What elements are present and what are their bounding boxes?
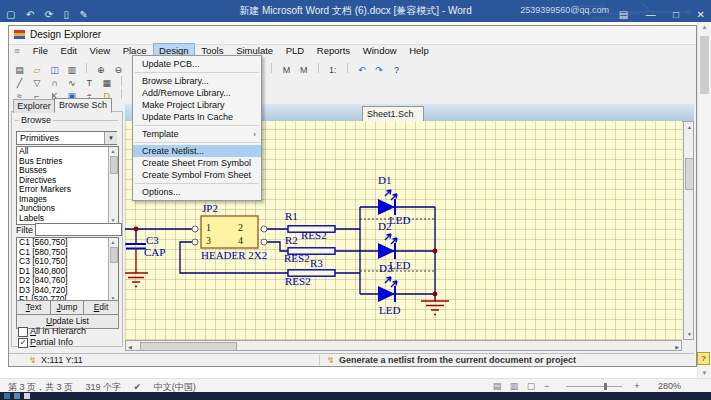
led-d3[interactable] [378,277,397,302]
filter-input[interactable] [35,223,122,236]
list-scrollbar[interactable]: ▲ ▼ [108,238,118,302]
menu-item-make-project-library[interactable]: Make Project Library [133,99,261,111]
document-tab-sheet1[interactable]: Sheet1.Sch [362,106,424,121]
tab-browse-sch[interactable]: Browse Sch [54,98,112,113]
menu-item-update-pcb[interactable]: Update PCB... [133,58,261,70]
value-res2-2[interactable]: RES2 [284,253,310,264]
value-res2-3[interactable]: RES2 [285,276,311,287]
menu-item-add-remove-library[interactable]: Add/Remove Library... [133,87,261,99]
text-button[interactable]: Text [16,300,51,315]
menu-item-create-symbol-from-sheet[interactable]: Create Symbol From Sheet [133,169,261,181]
all-in-hierarchy-checkbox[interactable] [18,327,28,337]
designator-d3[interactable]: D3 [379,263,392,274]
designator-c3[interactable]: C3 [146,235,159,246]
ground-symbol[interactable] [125,273,148,287]
scrollbar-thumb[interactable] [700,36,709,94]
list-scrollbar[interactable]: ▲ ▼ [108,147,118,224]
ground-symbol-right[interactable] [421,301,449,315]
browse-mode-select[interactable]: Primitives [16,131,117,145]
help-icon[interactable]: ? [390,64,403,76]
scrollbar-thumb[interactable] [685,158,694,190]
led-d1[interactable] [378,190,397,215]
value-header2x2[interactable]: HEADER 2X2 [201,250,267,261]
zoom-slider[interactable] [566,386,622,387]
browse-net-icon[interactable]: M [297,64,310,76]
value-led-3[interactable]: LED [379,305,400,316]
value-led-1[interactable]: LED [389,215,410,226]
scroll-up-icon[interactable]: ▲ [687,124,692,130]
taskbar-icon[interactable] [4,393,10,399]
edit-button[interactable]: Edit [83,300,119,315]
scrollbar-thumb[interactable] [140,342,237,351]
value-res2-1[interactable]: RES2 [301,230,327,241]
page-indicator[interactable]: 第 3 页，共 3 页 [8,382,73,392]
close-icon[interactable]: ✕ [697,9,705,20]
designator-jp2[interactable]: JP2 [202,203,218,214]
scroll-left-icon[interactable]: ◀ [128,344,132,350]
word-count[interactable]: 319 个字 [86,382,122,392]
taskbar-icon[interactable] [14,393,20,399]
designator-d1[interactable]: D1 [378,175,391,186]
scroll-up-icon[interactable]: ▲ [698,24,711,30]
junction-dot [433,249,438,254]
web-layout-icon[interactable]: ▢ [527,381,536,391]
undo-icon[interactable]: ↶ [355,64,368,76]
zoom-in-icon[interactable]: + [634,381,639,391]
word-vertical-scrollbar[interactable]: ▲ ▼ [697,22,711,378]
cursor-coordinates: X:111 Y:11 [41,355,83,365]
scrollbar-thumb[interactable] [110,156,118,174]
proofing-icon[interactable]: ✔ [134,382,142,392]
canvas-vertical-scrollbar[interactable]: ▲ ▼ [683,121,694,340]
account-name[interactable]: 2539399560@qq.com [520,5,609,15]
scroll-down-icon[interactable]: ▼ [698,370,711,376]
read-mode-icon[interactable]: ▤ [493,381,502,391]
minimize-icon[interactable]: — [646,9,656,20]
redo-icon[interactable]: ↷ [373,64,386,76]
menu-edit[interactable]: Edit [56,44,82,57]
menu-pld[interactable]: PLD [281,44,309,57]
help-bubble-icon[interactable]: ? [697,352,710,365]
maximize-icon[interactable]: □ [673,9,679,20]
browse-part-icon[interactable]: M [280,64,293,76]
value-cap[interactable]: CAP [144,247,165,258]
language-indicator[interactable]: 中文(中国) [154,382,196,392]
scroll-up-icon[interactable]: ▲ [109,148,117,154]
menu-item-create-netlist[interactable]: Create Netlist... [133,145,261,157]
canvas-horizontal-scrollbar[interactable]: ◀ ▶ [125,340,682,351]
tab-explorer[interactable]: Explorer [13,99,55,113]
ribbon-display-icon[interactable]: ▤ [619,9,628,20]
system-menu-icon[interactable]: ≡ [9,45,25,56]
designator-r2[interactable]: R2 [285,235,298,246]
scroll-up-icon[interactable]: ▲ [109,239,117,245]
scroll-down-icon[interactable]: ▼ [687,331,692,337]
menu-separator [135,183,259,184]
menu-help[interactable]: Help [404,44,434,57]
menu-window[interactable]: Window [358,44,402,57]
led-d2[interactable] [378,234,397,259]
scroll-right-icon[interactable]: ▶ [675,344,679,350]
annotate-icon[interactable]: 1: [326,64,339,76]
menu-item-update-parts-in-cache[interactable]: Update Parts In Cache [133,111,261,123]
menu-reports[interactable]: Reports [312,44,355,57]
zoom-level[interactable]: 280% [658,381,681,391]
menu-view[interactable]: View [85,44,115,57]
designator-r1[interactable]: R1 [285,211,298,222]
menu-file[interactable]: File [28,44,53,57]
scrollbar-thumb[interactable] [110,247,118,263]
chevron-down-icon[interactable]: ▼ [104,132,117,144]
zoom-out-icon[interactable]: − [544,381,549,391]
menu-item-options[interactable]: Options... [133,186,261,198]
designator-d2[interactable]: D2 [378,221,391,232]
partial-info-checkbox[interactable]: ✓ [18,338,28,348]
category-listbox[interactable]: All Bus Entries Busses Directives Error … [16,146,119,225]
list-item[interactable]: Labels [17,214,118,224]
zoom-slider-thumb[interactable] [604,383,607,390]
taskbar-icon[interactable] [24,393,30,399]
menu-item-create-sheet-from-symbol[interactable]: Create Sheet From Symbol [133,157,261,169]
primitive-listbox[interactable]: C1 [560,750] C1 [580,750] C3 [610,750] D… [16,237,119,303]
menu-item-browse-library[interactable]: Browse Library... [133,75,261,87]
print-layout-icon[interactable]: ▥ [510,381,519,391]
jump-button[interactable]: Jump [50,300,84,315]
designator-r3[interactable]: R3 [310,258,323,269]
menu-item-template[interactable]: Template › [133,128,261,140]
